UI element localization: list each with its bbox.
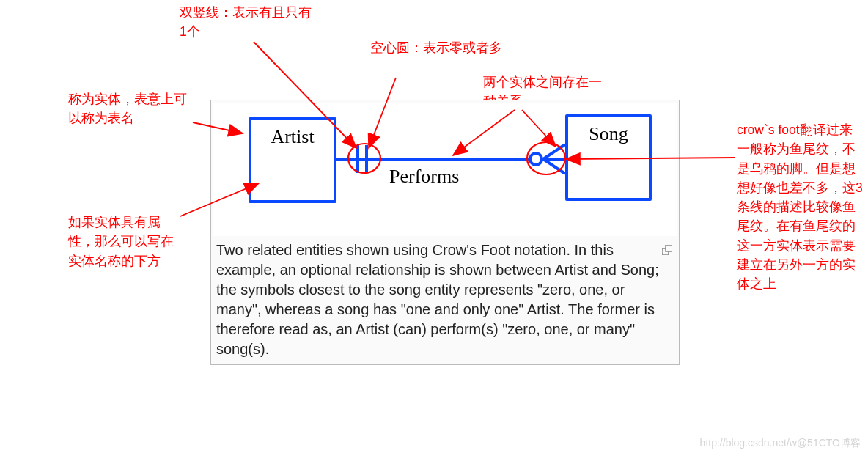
figure-caption: Two related entities shown using Crow's …	[213, 236, 677, 362]
annotation-empty-circle: 空心圆：表示零或者多	[370, 38, 517, 57]
watermark: http://blog.csdn.net/w@51CTO博客	[700, 437, 861, 450]
cardinality-bar-icon	[356, 145, 359, 173]
annotation-double-bar: 双竖线：表示有且只有1个	[180, 3, 312, 42]
enlarge-icon[interactable]	[662, 240, 672, 251]
er-diagram: Artist Song Performs	[213, 103, 677, 236]
svg-rect-4	[666, 245, 672, 251]
entity-song: Song	[565, 114, 652, 201]
figure-container: Artist Song Performs Two related entitie…	[210, 100, 680, 365]
annotation-entity-name: 称为实体，表意上可以称为表名	[68, 89, 196, 128]
cardinality-bar-icon	[365, 145, 368, 173]
entity-artist: Artist	[249, 117, 336, 203]
svg-line-2	[543, 159, 565, 174]
cardinality-zero-icon	[529, 152, 543, 166]
caption-text: Two related entities shown using Crow's …	[216, 242, 659, 357]
annotation-attributes: 如果实体具有属性，那么可以写在实体名称的下方	[68, 213, 178, 270]
relationship-label: Performs	[389, 166, 459, 188]
svg-line-0	[543, 144, 565, 159]
crows-foot-icon	[542, 142, 567, 176]
annotation-crows-foot: crow`s foot翻译过来一般称为鱼尾纹，不是乌鸦的脚。但是想想好像也差不多…	[737, 120, 863, 293]
